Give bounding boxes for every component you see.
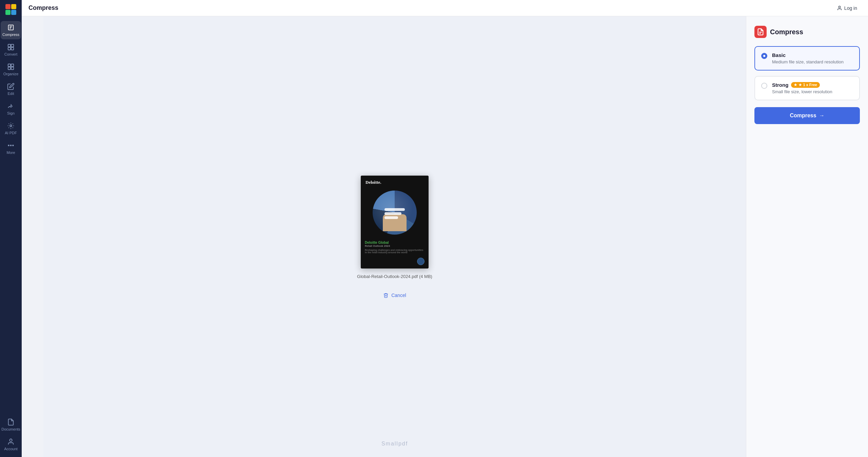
sidebar-item-edit[interactable]: Edit	[1, 80, 21, 98]
svg-rect-7	[8, 67, 11, 69]
edit-icon	[7, 83, 15, 90]
option-basic-text: Basic Medium file size, standard resolut…	[772, 52, 853, 64]
main-content: Deloitte. Deloitte Global Retail Outlook…	[43, 16, 868, 457]
compress-button[interactable]: Compress →	[754, 107, 860, 124]
badge-star: ★	[794, 83, 797, 87]
convert-icon	[7, 43, 15, 51]
option-strong-text: Strong ★ ★ 1 x Free Small file size, low…	[772, 82, 853, 94]
pdf-footer-title: Deloitte Global	[365, 241, 425, 244]
svg-rect-5	[8, 64, 11, 66]
panel-icon	[754, 26, 767, 38]
panel-title: Compress	[770, 28, 803, 36]
badge-text: ★ 1 x Free	[798, 83, 817, 87]
sidebar-item-label: Convert	[4, 52, 18, 56]
svg-point-10	[8, 145, 9, 146]
sign-icon	[7, 102, 15, 110]
compress-button-label: Compress	[790, 113, 816, 119]
badge-free: ★ ★ 1 x Free	[791, 82, 820, 88]
sidebar-item-label: AI PDF	[5, 131, 17, 135]
svg-rect-3	[8, 47, 11, 50]
cancel-label: Cancel	[391, 293, 406, 298]
option-strong[interactable]: Strong ★ ★ 1 x Free Small file size, low…	[754, 76, 860, 100]
sidebar-item-label: Documents	[1, 427, 20, 431]
sidebar-item-documents[interactable]: Documents	[1, 416, 21, 434]
topbar: Compress Log in	[22, 0, 868, 16]
pdf-thumb-badge-area	[361, 256, 429, 269]
sidebar-item-label: Organize	[3, 72, 19, 76]
right-panel: Compress Basic Medium file size, standar…	[746, 16, 868, 457]
option-basic-label-row: Basic	[772, 52, 853, 58]
pdf-thumb-visual	[361, 187, 429, 238]
pdf-thumb-circle-graphic	[373, 191, 417, 235]
svg-rect-4	[11, 47, 14, 50]
pdf-thumb-pills	[384, 208, 405, 219]
sidebar-item-label: Edit	[8, 92, 14, 96]
pdf-footer-subtitle: Retail Outlook 2024	[365, 244, 425, 247]
option-basic-label: Basic	[772, 52, 786, 58]
preview-area: Deloitte. Deloitte Global Retail Outlook…	[43, 16, 746, 457]
sidebar-item-label: More	[6, 151, 15, 155]
svg-point-12	[13, 145, 14, 146]
main-wrapper: Deloitte. Deloitte Global Retail Outlook…	[43, 16, 868, 457]
documents-icon	[7, 418, 15, 426]
ai-pdf-icon	[7, 122, 15, 130]
svg-point-14	[839, 6, 840, 8]
svg-rect-2	[11, 44, 14, 47]
sidebar: Compress Convert Organize Edit S	[0, 0, 22, 457]
organize-icon	[7, 63, 15, 71]
sidebar-item-compress[interactable]: Compress	[1, 21, 21, 39]
option-basic[interactable]: Basic Medium file size, standard resolut…	[754, 46, 860, 71]
sidebar-item-more[interactable]: More	[1, 139, 21, 157]
sidebar-item-account[interactable]: Account	[1, 435, 21, 454]
svg-rect-1	[8, 44, 11, 47]
login-button[interactable]: Log in	[833, 3, 861, 13]
sidebar-item-label: Sign	[7, 111, 15, 115]
svg-point-11	[11, 145, 12, 146]
cancel-button[interactable]: Cancel	[383, 293, 406, 298]
sidebar-item-label: Compress	[2, 33, 19, 37]
pdf-thumbnail: Deloitte. Deloitte Global Retail Outlook…	[361, 176, 429, 269]
pdf-thumb-brand: Deloitte.	[361, 176, 429, 187]
app-logo[interactable]	[4, 3, 18, 16]
sidebar-item-sign[interactable]: Sign	[1, 100, 21, 118]
login-label: Log in	[844, 5, 857, 11]
pdf-footer-extra: Reshaping challenges and embracing oppor…	[365, 249, 425, 254]
more-icon	[7, 142, 15, 149]
svg-point-13	[9, 439, 12, 441]
trash-icon	[383, 293, 389, 298]
watermark: Smallpdf	[381, 441, 408, 447]
compress-arrow-icon: →	[819, 113, 825, 119]
pdf-filename: Global-Retail-Outlook-2024.pdf (4 MB)	[357, 274, 432, 279]
user-icon	[837, 5, 842, 11]
sidebar-item-organize[interactable]: Organize	[1, 60, 21, 79]
radio-strong	[761, 83, 767, 89]
compress-sidebar-icon	[7, 24, 15, 31]
svg-rect-6	[11, 64, 14, 66]
option-strong-label-row: Strong ★ ★ 1 x Free	[772, 82, 853, 88]
pdf-thumb-badge-circle	[417, 258, 425, 265]
option-strong-label: Strong	[772, 82, 788, 88]
sidebar-item-label: Account	[4, 447, 18, 451]
svg-rect-8	[11, 67, 14, 69]
svg-point-9	[10, 125, 12, 127]
option-basic-desc: Medium file size, standard resolution	[772, 59, 853, 64]
compress-panel-icon	[757, 28, 764, 36]
option-strong-desc: Small file size, lower resolution	[772, 89, 853, 94]
page-title: Compress	[28, 4, 58, 12]
account-icon	[7, 438, 15, 445]
pdf-thumb-footer: Deloitte Global Retail Outlook 2024 Resh…	[361, 238, 429, 256]
sidebar-item-convert[interactable]: Convert	[1, 41, 21, 59]
radio-basic	[761, 53, 767, 59]
sidebar-item-ai-pdf[interactable]: AI PDF	[1, 119, 21, 138]
panel-title-row: Compress	[754, 26, 860, 38]
